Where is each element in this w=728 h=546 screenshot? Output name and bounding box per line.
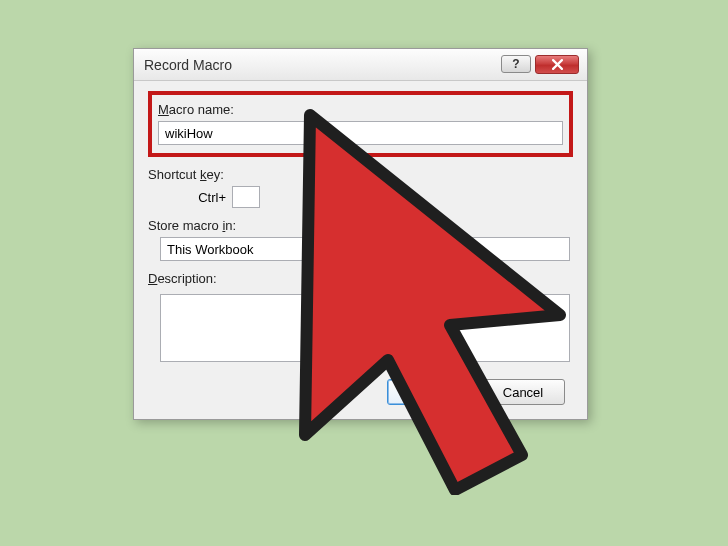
- close-button[interactable]: [535, 55, 579, 74]
- dialog-body: Macro name: Shortcut key: Ctrl+ Store ma…: [134, 81, 587, 419]
- store-macro-value: This Workbook: [167, 242, 253, 257]
- shortcut-key-label: Shortcut key:: [148, 167, 573, 182]
- help-button[interactable]: ?: [501, 55, 531, 73]
- shortcut-row: Ctrl+: [148, 186, 573, 208]
- store-macro-label: Store macro in:: [148, 218, 573, 233]
- macro-name-input[interactable]: [158, 121, 563, 145]
- store-macro-select[interactable]: This Workbook: [160, 237, 570, 261]
- ctrl-label: Ctrl+: [148, 190, 226, 205]
- dialog-title: Record Macro: [144, 57, 501, 73]
- cancel-button[interactable]: Cancel: [481, 379, 565, 405]
- record-macro-dialog: Record Macro ? Macro name: Shortcut key:…: [133, 48, 588, 420]
- close-icon: [552, 59, 563, 70]
- dialog-buttons: OK Cancel: [148, 379, 573, 405]
- description-label: Description:: [148, 271, 573, 286]
- titlebar-buttons: ?: [501, 55, 579, 74]
- shortcut-key-input[interactable]: [232, 186, 260, 208]
- titlebar: Record Macro ?: [134, 49, 587, 81]
- ok-button[interactable]: OK: [387, 379, 471, 405]
- macro-name-highlight: Macro name:: [148, 91, 573, 157]
- macro-name-label: Macro name:: [158, 102, 563, 117]
- description-input[interactable]: [160, 294, 570, 362]
